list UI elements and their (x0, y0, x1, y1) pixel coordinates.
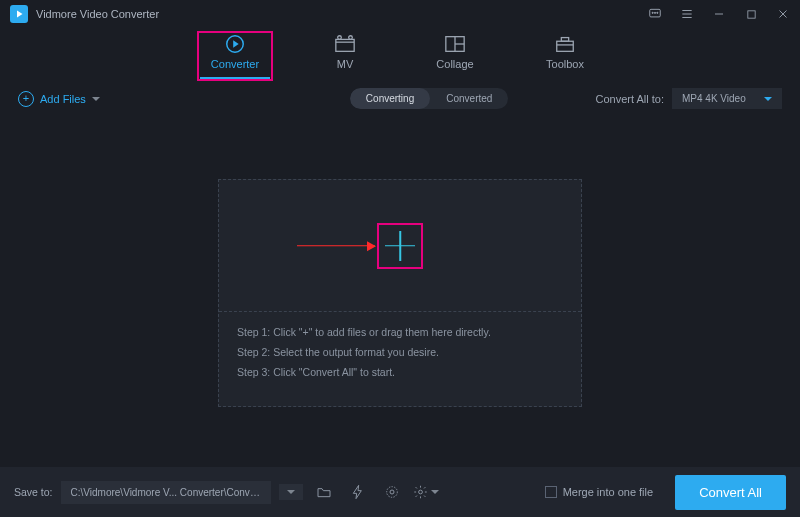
svg-point-1 (652, 12, 653, 13)
maximize-icon[interactable] (744, 7, 758, 21)
nav-label: Collage (436, 58, 473, 70)
add-files-label: Add Files (40, 93, 86, 105)
footer: Save to: C:\Vidmore\Vidmore V... Convert… (0, 467, 800, 517)
tab-collage[interactable]: Collage (420, 34, 490, 78)
tab-converting[interactable]: Converting (350, 88, 430, 109)
svg-point-3 (657, 12, 658, 13)
high-speed-button[interactable] (379, 479, 405, 505)
merge-checkbox[interactable]: Merge into one file (545, 486, 654, 498)
add-files-button[interactable]: + Add Files (18, 91, 100, 107)
convert-all-to-label: Convert All to: (596, 93, 664, 105)
toolbar: + Add Files Converting Converted Convert… (0, 78, 800, 119)
sub-tabs: Converting Converted (350, 88, 509, 109)
tab-converted[interactable]: Converted (430, 88, 508, 109)
hw-accel-button[interactable] (345, 479, 371, 505)
minimize-icon[interactable] (712, 7, 726, 21)
svg-rect-12 (336, 39, 354, 51)
app-title: Vidmore Video Converter (36, 8, 648, 20)
checkbox-icon (545, 486, 557, 498)
chevron-down-icon (764, 97, 772, 101)
toolbox-icon (554, 34, 576, 54)
chevron-down-icon (431, 490, 439, 494)
collage-icon (444, 34, 466, 54)
add-button[interactable] (377, 223, 423, 269)
convert-all-button[interactable]: Convert All (675, 475, 786, 510)
svg-point-14 (338, 36, 342, 40)
save-path-input[interactable]: C:\Vidmore\Vidmore V... Converter\Conver… (61, 481, 271, 504)
content-area: Step 1: Click "+" to add files or drag t… (0, 119, 800, 459)
instructions: Step 1: Click "+" to add files or drag t… (219, 312, 581, 392)
close-icon[interactable] (776, 7, 790, 21)
tab-converter[interactable]: Converter (200, 34, 270, 78)
svg-point-22 (390, 490, 394, 494)
svg-point-23 (386, 487, 397, 498)
step-text: Step 3: Click "Convert All" to start. (237, 366, 563, 378)
converter-icon (224, 34, 246, 54)
menu-icon[interactable] (680, 7, 694, 21)
convert-all-to: Convert All to: MP4 4K Video (596, 88, 782, 109)
save-path-dropdown[interactable] (279, 484, 303, 500)
dropzone-top (219, 180, 581, 312)
svg-rect-20 (561, 38, 568, 42)
settings-button[interactable] (413, 479, 439, 505)
mv-icon (334, 34, 356, 54)
save-to-label: Save to: (14, 486, 53, 498)
format-selected-value: MP4 4K Video (682, 93, 746, 104)
feedback-icon[interactable] (648, 7, 662, 21)
chevron-down-icon (287, 490, 295, 494)
merge-label: Merge into one file (563, 486, 654, 498)
titlebar: Vidmore Video Converter (0, 0, 800, 28)
annotation-arrow (297, 245, 375, 247)
plus-circle-icon: + (18, 91, 34, 107)
step-text: Step 2: Select the output format you des… (237, 346, 563, 358)
chevron-down-icon (92, 97, 100, 101)
open-folder-button[interactable] (311, 479, 337, 505)
svg-rect-8 (747, 10, 754, 17)
nav-label: MV (337, 58, 354, 70)
svg-point-15 (349, 36, 353, 40)
main-nav: Converter MV Collage Toolbox (0, 28, 800, 78)
tab-mv[interactable]: MV (310, 34, 380, 78)
svg-point-24 (418, 490, 422, 494)
nav-label: Toolbox (546, 58, 584, 70)
step-text: Step 1: Click "+" to add files or drag t… (237, 326, 563, 338)
tab-toolbox[interactable]: Toolbox (530, 34, 600, 78)
svg-point-2 (654, 12, 655, 13)
dropzone[interactable]: Step 1: Click "+" to add files or drag t… (218, 179, 582, 407)
nav-label: Converter (211, 58, 259, 70)
svg-rect-19 (557, 41, 574, 51)
format-dropdown[interactable]: MP4 4K Video (672, 88, 782, 109)
app-logo (10, 5, 28, 23)
